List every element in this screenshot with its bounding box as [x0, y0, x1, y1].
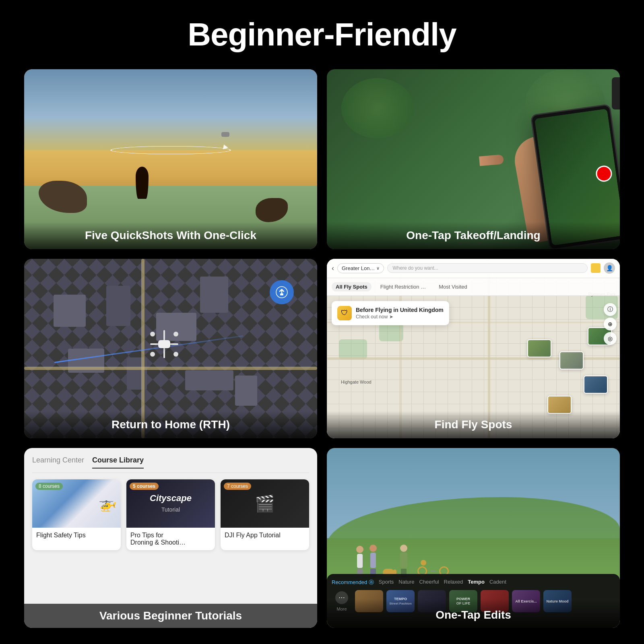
cat-tempo[interactable]: Tempo [468, 579, 485, 586]
course-badge-3: 7 courses [224, 483, 251, 490]
card-rth-label: Return to Home (RTH) [24, 411, 317, 438]
cat-nature[interactable]: Nature [398, 579, 414, 586]
map-back-btn[interactable]: ‹ [332, 264, 334, 272]
map-tabs-row: All Fly Spots Flight Restriction … Most … [327, 278, 620, 296]
svg-rect-1 [280, 293, 283, 295]
map-user-icon[interactable]: 👤 [604, 262, 615, 274]
cat-cheerful[interactable]: Cheerful [419, 579, 439, 586]
map-info-btn[interactable]: ⓘ [604, 303, 617, 316]
popup-cta[interactable]: Check out now ➤ [356, 314, 444, 320]
courses-grid: 8 courses 🚁 Flight Safety Tips 5 courses… [32, 479, 309, 550]
tab-course-library[interactable]: Course Library [92, 456, 144, 469]
map-flag-icon [591, 263, 601, 273]
map-zoom-btn[interactable]: ⊕ [604, 318, 617, 330]
cat-sports[interactable]: Sports [379, 579, 394, 586]
map-popup: 🛡 Before Flying in United Kingdom Check … [332, 301, 449, 325]
cards-grid: Five QuickShots With One-Click [24, 69, 620, 628]
search-placeholder: Where do you want... [392, 265, 438, 271]
card-takeoff-label: One-Tap Takeoff/Landing [327, 222, 620, 249]
page-title: Beginner-Friendly [188, 16, 456, 53]
tab-most-visited[interactable]: Most Visited [435, 282, 471, 291]
tab-flight-restriction[interactable]: Flight Restriction … [376, 282, 430, 291]
card-flyspots-label: Find Fly Spots [327, 411, 620, 438]
course-card-2[interactable]: 5 courses CityscapeTutorial Pro Tips for… [126, 479, 215, 550]
tab-learning-center[interactable]: Learning Center [32, 456, 84, 469]
map-top-bar: ‹ Greater Lon… ∨ Where do you want... 👤 [327, 259, 620, 278]
card-tutorials[interactable]: Learning Center Course Library 8 courses… [24, 448, 317, 628]
map-location-pill[interactable]: Greater Lon… ∨ [337, 263, 384, 273]
card-takeoff[interactable]: One-Tap Takeoff/Landing [327, 69, 620, 249]
dji-logo-icon: 🎬 [255, 494, 275, 513]
course-card-3[interactable]: 7 courses 🎬 DJI Fly App Tutorial [221, 479, 309, 550]
card-quickshots-label: Five QuickShots With One-Click [24, 222, 317, 249]
card-edits[interactable]: Recommended ⓐ Sports Nature Cheerful Rel… [327, 448, 620, 628]
map-compass-btn[interactable]: ◎ [604, 332, 617, 345]
location-text: Greater Lon… [342, 265, 375, 271]
map-search-bar[interactable]: Where do you want... [387, 263, 588, 273]
page-container: Beginner-Friendly [0, 0, 644, 644]
course-badge-1: 8 courses [35, 483, 63, 490]
cityscape-text: CityscapeTutorial [150, 493, 192, 514]
course-title-2: Pro Tips forDroning & Shooti… [130, 532, 211, 546]
course-card-1[interactable]: 8 courses 🚁 Flight Safety Tips [32, 479, 121, 550]
card-edits-label: One-Tap Edits [327, 599, 620, 628]
map-right-buttons: ⓘ ⊕ ◎ [604, 303, 617, 345]
course-title-1: Flight Safety Tips [36, 532, 117, 539]
cat-relaxed[interactable]: Relaxed [444, 579, 463, 586]
park-label-2: Highgate Wood [341, 380, 372, 384]
drone-icon: 🚁 [99, 495, 117, 512]
rth-icon [270, 280, 294, 304]
course-title-3: DJI Fly App Tutorial [225, 532, 305, 539]
popup-title: Before Flying in United Kingdom [356, 307, 444, 313]
card-flyspots[interactable]: ⓘ ⊕ ◎ Pymmes Park Highgate Wood ‹ Greate… [327, 259, 620, 439]
cat-cadent[interactable]: Cadent [489, 579, 506, 586]
course-badge-2: 5 courses [130, 483, 159, 490]
tutorials-tabs: Learning Center Course Library [32, 456, 309, 473]
card-quickshots[interactable]: Five QuickShots With One-Click [24, 69, 317, 249]
tab-all-fly-spots[interactable]: All Fly Spots [332, 282, 372, 291]
popup-shield-icon: 🛡 [337, 306, 352, 320]
edits-categories: Recommended ⓐ Sports Nature Cheerful Rel… [332, 579, 615, 586]
cat-recommended[interactable]: Recommended ⓐ [332, 579, 374, 586]
card-rth[interactable]: Return to Home (RTH) [24, 259, 317, 439]
card-tutorials-label: Various Beginner Tutorials [24, 604, 317, 628]
